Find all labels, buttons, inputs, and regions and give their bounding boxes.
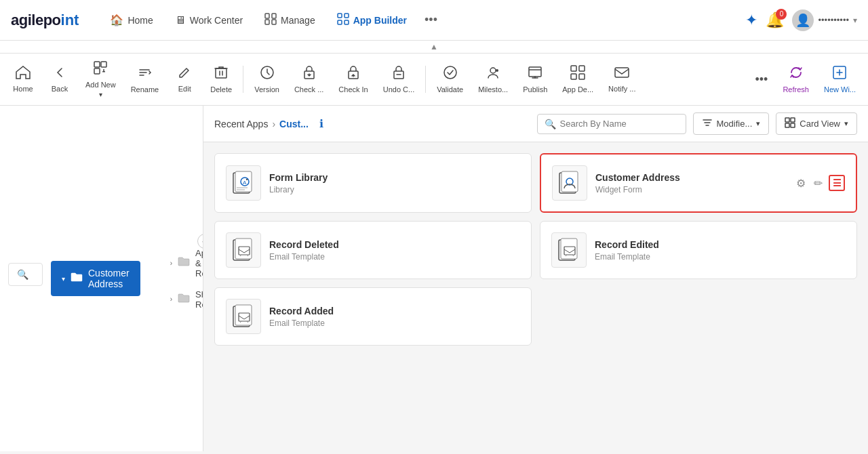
toolbar-rename-button[interactable]: Rename [124, 61, 166, 98]
addnew-toolbar-icon [93, 60, 108, 79]
nav-items: 🏠 Home 🖥 Work Center Manage App Builder … [100, 7, 740, 33]
nav-home[interactable]: 🏠 Home [100, 8, 162, 32]
card-record-edited[interactable]: Record Edited Email Template [540, 221, 857, 279]
svg-rect-41 [235, 239, 252, 259]
svg-rect-8 [94, 62, 100, 67]
user-name: •••••••••• [818, 15, 849, 25]
nav-more-dots[interactable]: ••• [419, 7, 443, 33]
record-added-title: Record Added [269, 306, 520, 316]
toolbar-publish-button[interactable]: Publish [516, 61, 554, 98]
toolbar-checkin-button[interactable]: Check In [332, 61, 374, 98]
delete-action-button[interactable]: ☰ [829, 175, 845, 191]
toolbar-version-label: Version [254, 85, 279, 94]
svg-rect-10 [94, 68, 100, 74]
svg-rect-28 [785, 118, 789, 122]
toolbar-checkout-label: Check ... [294, 85, 323, 94]
chevron-right-icon: › [170, 260, 172, 267]
toolbar-validate-button[interactable]: Validate [430, 61, 470, 98]
toolbar-rename-label: Rename [131, 85, 159, 94]
toolbar-separator-1 [243, 66, 243, 93]
record-edited-title: Record Edited [595, 239, 846, 250]
name-search-input[interactable] [560, 119, 679, 129]
user-menu[interactable]: 👤 •••••••••• ▾ [792, 9, 857, 31]
record-deleted-title: Record Deleted [269, 239, 520, 250]
sidebar-item-app-model[interactable]: › App Model & Resources [162, 243, 203, 284]
svg-rect-9 [101, 62, 106, 67]
svg-rect-26 [615, 68, 629, 77]
toolbar-delete-button[interactable]: Delete [203, 61, 239, 98]
workcenter-nav-icon: 🖥 [175, 14, 186, 26]
toolbar-appde-button[interactable]: App De... [555, 61, 600, 98]
form-library-icon: A [226, 165, 261, 201]
svg-rect-0 [265, 14, 269, 18]
toolbar-newwi-button[interactable]: New Wi... [817, 61, 863, 98]
folder-icon [71, 272, 83, 285]
nav-appbuilder[interactable]: App Builder [328, 7, 416, 33]
card-customer-address[interactable]: Customer Address Widget Form ⚙ ✏ ☰ [540, 153, 857, 213]
appde-toolbar-icon [570, 65, 585, 83]
customer-address-title: Customer Address [595, 172, 786, 183]
toolbar-checkout-button[interactable]: Check ... [288, 61, 330, 98]
toolbar-appde-label: App De... [562, 85, 593, 94]
toolbar-edit-label: Edit [178, 85, 191, 93]
nav-workcenter[interactable]: 🖥 Work Center [165, 9, 252, 32]
card-record-deleted[interactable]: Record Deleted Email Template [214, 221, 532, 279]
nav-manage[interactable]: Manage [255, 7, 325, 33]
breadcrumb-bar: Recent Apps › Cust... ℹ 🔍 Modifie... ▾ [203, 106, 868, 142]
checkout-toolbar-icon [302, 65, 317, 83]
breadcrumb: Recent Apps › Cust... [214, 119, 309, 129]
card-form-library[interactable]: A Form Library Library [214, 153, 532, 213]
svg-rect-31 [791, 123, 795, 127]
toolbar-undo-label: Undo C... [383, 85, 414, 94]
sidebar: 🔍 ▾ Customer Address › App Model & Resou… [0, 106, 203, 451]
home-nav-icon: 🏠 [110, 14, 123, 26]
svg-rect-6 [338, 20, 342, 24]
content-area: Recent Apps › Cust... ℹ 🔍 Modifie... ▾ [203, 106, 868, 451]
info-icon[interactable]: ℹ [319, 117, 323, 130]
nav-manage-label: Manage [281, 15, 315, 26]
svg-rect-13 [216, 68, 226, 78]
notify-toolbar-icon [614, 66, 629, 83]
notification-badge: 0 [776, 9, 787, 20]
svg-rect-29 [791, 118, 795, 122]
notification-button[interactable]: 🔔 0 [766, 12, 784, 29]
settings-action-icon[interactable]: ⚙ [794, 175, 808, 192]
view-toggle-button[interactable]: Card View ▾ [776, 112, 857, 135]
star-icon[interactable]: ✦ [745, 12, 757, 29]
edit-toolbar-icon [178, 66, 191, 83]
toolbar-home-button[interactable]: Home [5, 62, 41, 97]
sidebar-children: › App Model & Resources › Shared Resourc… [140, 243, 203, 315]
customer-address-subtitle: Widget Form [595, 185, 786, 194]
edit-action-icon[interactable]: ✏ [812, 175, 825, 192]
toolbar-newwi-label: New Wi... [824, 85, 856, 94]
toolbar-undo-button[interactable]: Undo C... [376, 61, 421, 98]
view-chevron-icon: ▾ [844, 119, 848, 128]
toolbar-toggle[interactable]: ▲ [0, 41, 868, 54]
sidebar-shared-resources-label: Shared Resources [195, 289, 203, 310]
form-library-subtitle: Library [269, 185, 520, 194]
rename-toolbar-icon [137, 65, 152, 83]
sidebar-item-customer-address[interactable]: ▾ Customer Address [51, 261, 140, 296]
chevron-right-icon-2: › [170, 295, 172, 303]
sort-filter-button[interactable]: Modifie... ▾ [693, 112, 770, 135]
nav-home-label: Home [127, 15, 153, 26]
record-edited-subtitle: Email Template [595, 252, 846, 262]
toolbar-more-dots[interactable]: ••• [749, 68, 775, 91]
home-toolbar-icon [16, 66, 31, 83]
search-icon: 🔍 [17, 269, 28, 280]
toolbar-back-button[interactable]: Back [42, 62, 77, 97]
record-added-subtitle: Email Template [269, 318, 520, 328]
toolbar-addnew-button[interactable]: Add New ▾ [79, 56, 123, 102]
toolbar-version-button[interactable]: Version [248, 61, 286, 98]
version-toolbar-icon [260, 65, 275, 83]
toolbar-edit-button[interactable]: Edit [167, 62, 202, 97]
card-record-added[interactable]: Record Added Email Template [214, 287, 532, 346]
toolbar-notify-button[interactable]: Notify ... [601, 62, 642, 97]
toolbar-notify-label: Notify ... [608, 85, 635, 93]
customer-address-icon [552, 165, 587, 201]
svg-rect-1 [272, 14, 276, 18]
sidebar-item-shared-resources[interactable]: › Shared Resources [162, 284, 203, 315]
toolbar-milestone-button[interactable]: Milesto... [471, 61, 515, 98]
toolbar-milestone-label: Milesto... [478, 85, 508, 94]
toolbar-refresh-button[interactable]: Refresh [776, 61, 816, 98]
